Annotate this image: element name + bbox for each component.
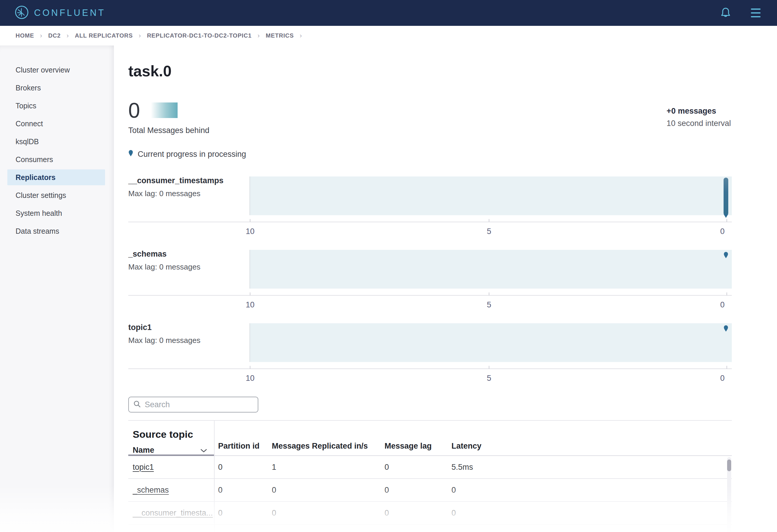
chart-topic-name: _schemas	[128, 249, 249, 259]
sidebar: Cluster overview Brokers Topics Connect …	[0, 45, 114, 532]
menu-hamburger-icon[interactable]	[751, 8, 761, 17]
breadcrumb-separator: ›	[257, 32, 260, 40]
x-tick: 5	[487, 374, 491, 383]
sidebar-item-consumers[interactable]: Consumers	[0, 151, 114, 167]
search-box[interactable]	[128, 397, 258, 413]
cell-latency: 5.5ms	[447, 463, 732, 472]
breadcrumb-metrics[interactable]: METRICS	[266, 32, 294, 39]
column-header-partition-id: Partition id	[214, 442, 268, 451]
delta-messages: +0 messages	[667, 107, 731, 116]
total-messages-behind-value: 0	[128, 102, 140, 119]
sidebar-item-cluster-settings[interactable]: Cluster settings	[0, 187, 114, 203]
chart-x-tick-labels: 10 5 0	[128, 296, 732, 316]
summary-metric: 0 Total Messages behind +0 messages 10 s…	[128, 102, 732, 135]
brand-name: CONFLUENT	[34, 8, 105, 18]
progress-marker-stack	[724, 178, 728, 214]
table-group-header: Source topic	[133, 429, 207, 440]
chart-plot-area	[249, 177, 732, 215]
x-tick: 0	[720, 374, 725, 383]
cell-message-lag: 0	[380, 509, 447, 518]
chart-x-tick-labels: 10 5 0	[128, 222, 732, 243]
sidebar-item-topics[interactable]: Topics	[0, 98, 114, 114]
progress-pin-marker	[724, 325, 728, 332]
table-row: __consumer_timesta... 0 0 0 0	[128, 502, 732, 525]
cell-message-lag: 0	[380, 463, 447, 472]
topic-link[interactable]: _schemas	[133, 486, 169, 495]
sidebar-item-ksqldb[interactable]: ksqlDB	[0, 134, 114, 149]
column-header-messages-replicated: Messages Replicated in/s	[268, 442, 380, 451]
table-row: _schemas 0 0 0 0	[128, 479, 732, 502]
x-tick: 10	[246, 374, 254, 383]
cell-message-lag: 0	[380, 486, 447, 495]
lag-charts: __consumer_timestamps Max lag: 0 message…	[128, 172, 732, 390]
breadcrumb-separator: ›	[138, 32, 141, 40]
chart-max-lag: Max lag: 0 messages	[128, 336, 249, 345]
table-header: Source topic Name Partition id Messages …	[128, 421, 732, 456]
topic-link[interactable]: __consumer_timesta...	[133, 509, 213, 517]
table-row: __consumer_timesta... 1 0 0 0	[128, 525, 732, 532]
search-input[interactable]	[145, 400, 253, 409]
legend-label: Current progress in processing	[138, 150, 246, 159]
cell-messages-replicated: 0	[268, 509, 380, 518]
x-tick: 5	[487, 300, 491, 309]
chart-legend: Current progress in processing	[128, 150, 732, 159]
chart-plot-area	[249, 250, 732, 289]
x-tick: 0	[720, 227, 725, 236]
sidebar-item-data-streams[interactable]: Data streams	[0, 223, 114, 239]
page-title: task.0	[128, 62, 732, 80]
x-tick: 10	[246, 227, 254, 236]
table-row: topic1 0 1 0 5.5ms	[128, 456, 732, 479]
confluent-logo-icon	[15, 5, 29, 20]
interval-label: 10 second interval	[667, 119, 731, 128]
table-scrollbar-track[interactable]	[727, 457, 731, 532]
x-tick: 10	[246, 300, 254, 309]
breadcrumb-separator: ›	[300, 32, 302, 40]
cell-latency: 0	[447, 486, 732, 495]
confluent-logo[interactable]: CONFLUENT	[15, 5, 105, 20]
topic-link[interactable]: topic1	[133, 463, 154, 471]
chart-max-lag: Max lag: 0 messages	[128, 189, 249, 198]
breadcrumb-separator: ›	[67, 32, 69, 40]
table-scrollbar-thumb[interactable]	[727, 459, 731, 471]
chart-consumer-timestamps: __consumer_timestamps Max lag: 0 message…	[128, 172, 732, 243]
sidebar-item-connect[interactable]: Connect	[0, 116, 114, 131]
column-separator	[214, 421, 215, 532]
breadcrumb-separator: ›	[40, 32, 42, 40]
search-icon	[133, 400, 141, 409]
progress-pin-marker	[724, 251, 728, 259]
chart-topic-name: __consumer_timestamps	[128, 176, 249, 185]
x-tick: 5	[487, 227, 491, 236]
chart-max-lag: Max lag: 0 messages	[128, 262, 249, 272]
source-topics-table: Source topic Name Partition id Messages …	[128, 420, 732, 532]
cell-partition-id: 0	[214, 486, 268, 495]
breadcrumb-all-replicators[interactable]: ALL REPLICATORS	[75, 32, 133, 39]
column-header-latency: Latency	[447, 442, 732, 451]
notifications-bell-icon[interactable]	[720, 7, 731, 19]
x-tick: 0	[720, 300, 725, 309]
column-header-name[interactable]: Name	[133, 446, 207, 455]
total-messages-behind-label: Total Messages behind	[128, 126, 732, 135]
column-header-message-lag: Message lag	[380, 442, 447, 451]
gradient-scale-swatch	[151, 102, 178, 118]
sidebar-item-system-health[interactable]: System health	[0, 205, 114, 221]
breadcrumb-home[interactable]: HOME	[16, 32, 34, 39]
chart-topic-name: topic1	[128, 323, 249, 332]
cell-partition-id: 0	[214, 463, 268, 472]
sort-chevron-down-icon	[201, 446, 207, 455]
breadcrumb-dc2[interactable]: DC2	[48, 32, 61, 39]
cell-messages-replicated: 1	[268, 463, 380, 472]
main-content: task.0 0 Total Messages behind +0 messag…	[114, 45, 777, 532]
chart-schemas: _schemas Max lag: 0 messages	[128, 246, 732, 316]
chart-x-tick-labels: 10 5 0	[128, 369, 732, 390]
sidebar-item-replicators[interactable]: Replicators	[7, 170, 105, 185]
breadcrumb: HOME › DC2 › ALL REPLICATORS › REPLICATO…	[0, 26, 777, 45]
sidebar-item-brokers[interactable]: Brokers	[0, 80, 114, 96]
breadcrumb-replicator-name[interactable]: REPLICATOR-DC1-TO-DC2-TOPIC1	[147, 32, 252, 39]
sidebar-item-cluster-overview[interactable]: Cluster overview	[0, 62, 114, 78]
progress-pin-icon	[128, 150, 133, 159]
chart-topic1: topic1 Max lag: 0 messages	[128, 319, 732, 390]
cell-partition-id: 0	[214, 509, 268, 518]
cell-latency: 0	[447, 509, 732, 518]
chart-plot-area	[249, 323, 732, 362]
cell-messages-replicated: 0	[268, 486, 380, 495]
